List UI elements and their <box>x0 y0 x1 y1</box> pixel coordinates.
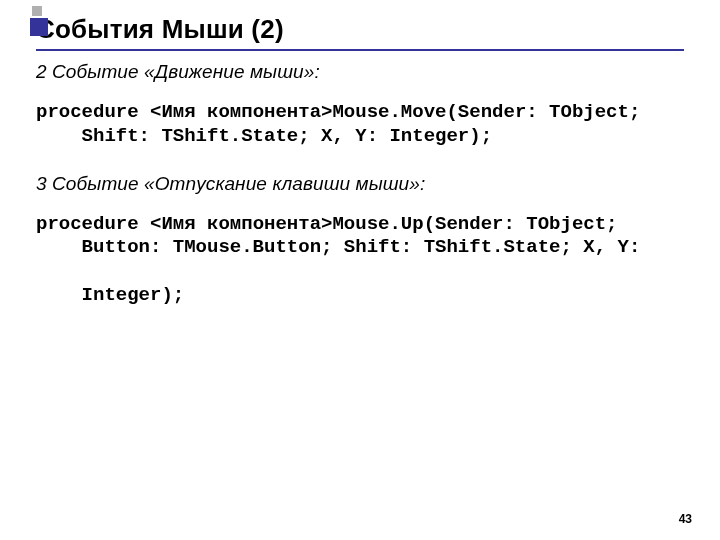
code-line: Integer); <box>36 284 684 308</box>
code-line: Shift: TShift.State; X, Y: Integer); <box>36 125 684 149</box>
code-line: Button: TMouse.Button; Shift: TShift.Sta… <box>36 236 684 260</box>
section-heading-2: 3 Событие «Отпускание клавиши мыши»: <box>36 173 684 195</box>
code-line: procedure <Имя компонента>Mouse.Up(Sende… <box>36 213 618 235</box>
code-block-2: procedure <Имя компонента>Mouse.Up(Sende… <box>36 213 684 308</box>
title-bullet-accent-icon <box>32 6 42 16</box>
slide: События Мыши (2) 2 Событие «Движение мыш… <box>0 0 720 540</box>
title-underline <box>36 49 684 51</box>
section-heading-1: 2 Событие «Движение мыши»: <box>36 61 684 83</box>
code-line: procedure <Имя компонента>Mouse.Move(Sen… <box>36 101 640 123</box>
page-title: События Мыши (2) <box>36 14 684 45</box>
title-bullet-icon <box>30 18 48 36</box>
page-number: 43 <box>679 512 692 526</box>
title-block: События Мыши (2) <box>36 14 684 51</box>
code-block-1: procedure <Имя компонента>Mouse.Move(Sen… <box>36 101 684 149</box>
